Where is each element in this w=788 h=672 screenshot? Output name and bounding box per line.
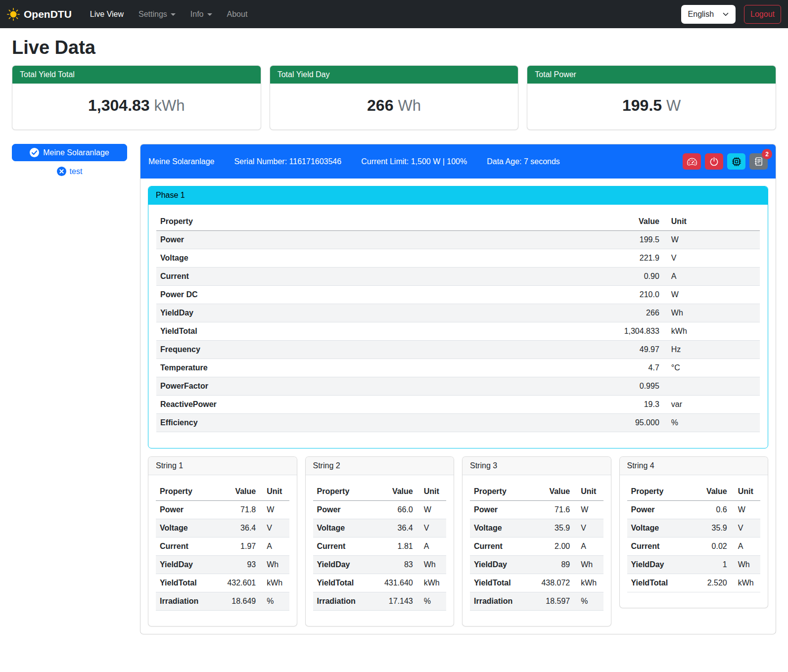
language-select[interactable]: English xyxy=(681,5,736,24)
phase-card-title: Phase 1 xyxy=(148,186,768,205)
inverter-card: Meine Solaranlage Serial Number: 1161716… xyxy=(140,144,776,634)
brand-title: OpenDTU xyxy=(24,8,72,20)
event-log-button[interactable]: 2 xyxy=(749,153,768,170)
table-row: Current1.97A xyxy=(156,538,289,556)
unit-cell: V xyxy=(731,519,760,538)
value-cell: 71.8 xyxy=(215,501,260,519)
property-cell: Irradiation xyxy=(313,592,372,611)
string-table-body: Power71.8WVoltage36.4VCurrent1.97AYieldD… xyxy=(156,501,289,611)
value-cell: 221.9 xyxy=(603,249,663,268)
unit-column-header: Unit xyxy=(574,483,603,501)
value-cell: 18.597 xyxy=(529,592,574,611)
power-icon xyxy=(709,157,719,166)
table-row: Power71.8W xyxy=(156,501,289,519)
inverter-item-test[interactable]: test xyxy=(12,167,127,176)
stat-card-title: Total Yield Day xyxy=(270,66,518,84)
string-card-body: Property Value Unit Power66.0WVoltage36.… xyxy=(306,475,454,626)
phase-1-card: Phase 1 Property Value Unit Power199.5WV… xyxy=(148,186,768,448)
table-row: ReactivePower19.3var xyxy=(156,396,760,414)
data-age: Data Age: 7 seconds xyxy=(487,157,560,166)
strings-row: String 1 Property Value Unit xyxy=(148,456,768,627)
value-cell: 1 xyxy=(686,556,731,574)
property-cell: YieldDay xyxy=(470,556,529,574)
table-row: Current1.81A xyxy=(313,538,447,556)
table-header-row: Property Value Unit xyxy=(313,483,447,501)
logout-button[interactable]: Logout xyxy=(744,5,781,24)
summary-row: Total Yield Total 1,304.83kWh Total Yiel… xyxy=(12,65,776,130)
limit-settings-button[interactable] xyxy=(683,153,701,170)
phase-table: Property Value Unit Power199.5WVoltage22… xyxy=(156,213,760,432)
unit-cell: kWh xyxy=(731,574,760,592)
unit-cell: W xyxy=(663,231,760,249)
value-cell: 199.5 xyxy=(603,231,663,249)
unit-cell: kWh xyxy=(417,574,446,592)
unit-cell: W xyxy=(417,501,446,519)
value-cell: 36.4 xyxy=(371,519,417,538)
nav-right: English Logout xyxy=(681,5,781,24)
string-card-body: Property Value Unit Power71.6WVoltage35.… xyxy=(463,475,611,626)
value-column-header: Value xyxy=(371,483,417,501)
unit-cell: A xyxy=(417,538,446,556)
power-settings-button[interactable] xyxy=(705,153,723,170)
unit-cell: Wh xyxy=(574,556,603,574)
property-cell: Temperature xyxy=(156,359,603,377)
check-circle-icon xyxy=(30,148,39,157)
table-row: Efficiency95.000% xyxy=(156,414,760,432)
property-cell: YieldTotal xyxy=(156,574,215,592)
property-column-header: Property xyxy=(156,483,215,501)
value-column-header: Value xyxy=(603,213,663,231)
unit-cell: W xyxy=(663,286,760,304)
table-header-row: Property Value Unit xyxy=(156,483,289,501)
table-row: Irradiation18.597% xyxy=(470,592,603,611)
value-cell: 93 xyxy=(215,556,260,574)
property-column-header: Property xyxy=(313,483,372,501)
inverter-item-meine-solaranlage[interactable]: Meine Solaranlage xyxy=(12,144,127,161)
value-column-header: Value xyxy=(529,483,574,501)
string-table-body: Power0.6WVoltage35.9VCurrent0.02AYieldDa… xyxy=(627,501,761,592)
value-cell: 1.81 xyxy=(371,538,417,556)
property-cell: Voltage xyxy=(470,519,529,538)
value-cell: 18.649 xyxy=(215,592,260,611)
value-cell: 2.520 xyxy=(686,574,731,592)
phase-table-head: Property Value Unit xyxy=(156,213,760,231)
string-4-card: String 4 Property Value Unit xyxy=(619,456,769,608)
value-cell: 432.601 xyxy=(215,574,260,592)
device-info-button[interactable] xyxy=(727,153,745,170)
table-row: Current0.90A xyxy=(156,268,760,286)
unit-cell: °C xyxy=(663,359,760,377)
brand[interactable]: OpenDTU xyxy=(7,8,72,21)
property-cell: YieldTotal xyxy=(627,574,686,592)
value-cell: 1.97 xyxy=(215,538,260,556)
property-cell: YieldDay xyxy=(156,304,603,322)
stat-card-total-yield-day: Total Yield Day 266Wh xyxy=(270,65,519,130)
nav-item-live-view[interactable]: Live View xyxy=(83,6,131,23)
table-row: Current0.02A xyxy=(627,538,761,556)
value-cell: 2.00 xyxy=(529,538,574,556)
nav-item-info[interactable]: Info xyxy=(183,6,220,23)
nav-item-settings[interactable]: Settings xyxy=(131,6,183,23)
unit-cell: var xyxy=(663,396,760,414)
string-1-card: String 1 Property Value Unit xyxy=(148,456,297,627)
string-table-body: Power71.6WVoltage35.9VCurrent2.00AYieldD… xyxy=(470,501,603,611)
table-row: Voltage221.9V xyxy=(156,249,760,268)
stat-card-body: 266Wh xyxy=(270,84,518,130)
table-row: Power66.0W xyxy=(313,501,447,519)
unit-cell: kWh xyxy=(663,322,760,341)
property-cell: Voltage xyxy=(313,519,372,538)
string-table-head: Property Value Unit xyxy=(156,483,289,501)
table-row: Power199.5W xyxy=(156,231,760,249)
unit-cell: V xyxy=(417,519,446,538)
table-row: Voltage36.4V xyxy=(313,519,447,538)
nav-item-about[interactable]: About xyxy=(220,6,255,23)
value-cell: 66.0 xyxy=(371,501,417,519)
table-row: YieldTotal2.520kWh xyxy=(627,574,761,592)
table-header-row: Property Value Unit xyxy=(470,483,603,501)
inverter-item-label: test xyxy=(70,167,83,176)
value-cell: 266 xyxy=(603,304,663,322)
property-cell: Power xyxy=(470,501,529,519)
string-1-table: Property Value Unit Power71.8WVoltage36.… xyxy=(156,483,289,611)
inverter-card-body: Phase 1 Property Value Unit Power199.5WV… xyxy=(140,179,776,634)
serial-number: Serial Number: 116171603546 xyxy=(234,157,341,166)
value-cell: 4.7 xyxy=(603,359,663,377)
stat-card-title: Total Yield Total xyxy=(12,66,261,84)
